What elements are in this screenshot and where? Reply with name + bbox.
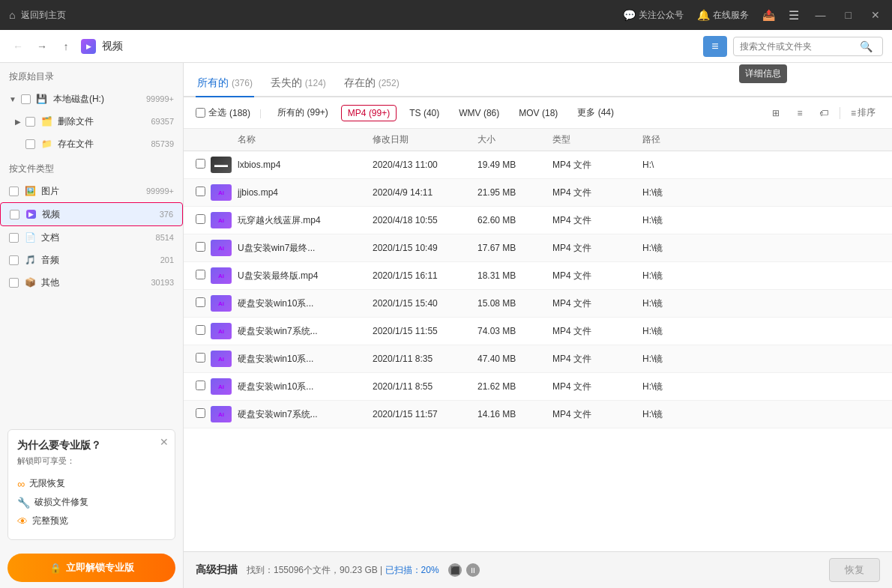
sidebar-item-localdisk[interactable]: ▼ 💾 本地磁盘(H:) 99999+ [0,88,183,110]
row-checkbox[interactable] [196,353,211,365]
promo-close-btn[interactable]: ✕ [160,436,169,448]
back-label[interactable]: 返回到主页 [21,9,66,22]
file-checkbox[interactable] [196,353,205,363]
table-row[interactable]: Ai 硬盘安装win7系统... 2020/1/15 11:57 14.16 M… [184,401,892,428]
feature3-label: 完整预览 [32,515,68,527]
file-checkbox[interactable] [196,408,205,418]
scan-stop-btn[interactable]: ⬛ [448,563,462,577]
sidebar-item-docs[interactable]: 📄 文档 8514 [0,226,183,249]
grid-view-btn[interactable]: ⊞ [766,105,786,121]
others-checkbox[interactable] [9,278,19,288]
table-row[interactable]: Ai 硬盘安装win7系统... 2020/1/15 11:55 74.03 M… [184,318,892,345]
table-row[interactable]: Ai 硬盘安装win10系... 2020/1/11 8:35 47.40 MB… [184,345,892,373]
select-all-checkbox[interactable] [196,108,205,118]
table-row[interactable]: Ai 硬盘安装win10系... 2020/1/15 15:40 15.08 M… [184,290,892,318]
forward-nav-btn[interactable]: → [33,37,51,55]
table-row[interactable]: Ai jjbios.mp4 2020/4/9 14:11 21.95 MB MP… [184,179,892,207]
file-checkbox[interactable] [196,214,205,224]
sidebar-item-images[interactable]: 🖼️ 图片 99999+ [0,180,183,202]
up-nav-btn[interactable]: ↑ [57,37,75,55]
header-date[interactable]: 修改日期 [373,133,477,146]
row-checkbox[interactable] [196,159,211,171]
tab-all[interactable]: 所有的 (376) [196,72,254,97]
bottom-bar: 高级扫描 找到：155096个文件，90.23 GB | 已扫描：20% ⬛ ⏸… [184,551,892,588]
row-checkbox[interactable] [196,297,211,309]
row-checkbox[interactable] [196,381,211,392]
file-checkbox[interactable] [196,381,205,390]
videos-checkbox[interactable] [10,210,19,219]
header-type[interactable]: 类型 [552,133,642,146]
sidebar-item-deleted[interactable]: ▶ 🗂️ 删除文件 69357 [0,110,183,133]
file-checkbox[interactable] [196,242,205,252]
filter-all-btn[interactable]: 所有的 (99+) [271,103,335,122]
close-btn[interactable]: ✕ [868,7,883,22]
header-name[interactable]: 名称 [238,133,373,146]
sidebar-item-others[interactable]: 📦 其他 30193 [0,271,183,294]
row-checkbox[interactable] [196,214,211,226]
scan-pause-btn[interactable]: ⏸ [466,563,480,577]
minimize-btn[interactable]: — [813,7,829,22]
file-thumbnail: Ai [211,184,232,201]
file-type: MP4 文件 [552,187,642,199]
tab-lost[interactable]: 丢失的 (124) [269,72,328,97]
row-checkbox[interactable] [196,242,211,254]
docs-checkbox[interactable] [9,233,19,243]
table-row[interactable]: ▬▬ lxbios.mp4 2020/4/13 11:00 19.49 MB M… [184,151,892,179]
list-view-btn[interactable]: ≡ [790,105,810,121]
tag-view-btn[interactable]: 🏷 [814,105,834,121]
file-checkbox[interactable] [196,325,205,335]
header-size[interactable]: 大小 [477,133,552,146]
file-name: 玩穿越火线蓝屏.mp4 [238,214,373,227]
unlock-btn[interactable]: 🔒 立即解锁专业版 [7,554,175,582]
header-path[interactable]: 路径 [642,133,880,146]
row-checkbox[interactable] [196,325,211,337]
sort-btn[interactable]: ≡ 排序 [846,105,880,121]
maximize-btn[interactable]: □ [843,7,855,22]
filter-mov-count: (18) [542,108,558,118]
deleted-checkbox[interactable] [25,117,35,127]
row-checkbox[interactable] [196,187,211,198]
table-row[interactable]: Ai 硬盘安装win10系... 2020/1/11 8:55 21.62 MB… [184,373,892,401]
promo-feature-unlimited: ∞ 无限恢复 [17,474,166,493]
back-nav-btn[interactable]: ← [9,37,27,55]
restore-btn[interactable]: 恢复 [829,558,880,582]
filter-mov-btn[interactable]: MOV (18) [512,105,564,121]
file-checkbox[interactable] [196,187,205,196]
search-icon[interactable]: 🔍 [860,40,873,52]
menu-btn[interactable]: ☰ [789,8,799,22]
hamburger-btn[interactable]: ≡ [703,36,727,57]
existing-checkbox[interactable] [25,139,35,149]
tab-existing[interactable]: 存在的 (252) [343,72,401,97]
search-input[interactable] [740,41,860,52]
row-checkbox[interactable] [196,408,211,420]
detail-tooltip: 详细信息 [739,64,787,83]
file-date: 2020/1/11 8:35 [373,354,477,364]
file-checkbox[interactable] [196,159,205,169]
audio-checkbox[interactable] [9,255,19,265]
follow-label[interactable]: 💬 关注公众号 [623,9,684,22]
row-checkbox[interactable] [196,270,211,282]
file-checkbox[interactable] [196,270,205,279]
scanned-label: 已扫描：20% [385,565,439,575]
select-all-check[interactable]: 全选 (188) [196,106,250,119]
filter-more-btn[interactable]: 更多 (44) [570,103,621,122]
service-label[interactable]: 🔔 在线服务 [697,9,749,22]
filter-wmv-btn[interactable]: WMV (86) [452,105,506,121]
filter-ts-btn[interactable]: TS (40) [403,105,446,121]
table-row[interactable]: Ai 玩穿越火线蓝屏.mp4 2020/4/18 10:55 62.60 MB … [184,207,892,234]
images-checkbox[interactable] [9,187,19,196]
file-checkbox[interactable] [196,297,205,307]
filter-wmv-count: (86) [483,108,499,118]
filter-mp4-btn[interactable]: MP4 (99+) [341,105,397,121]
existing-count: 85739 [151,139,174,148]
sidebar-item-videos[interactable]: ▶ 视频 376 [0,202,183,226]
deleted-count: 69357 [151,117,174,126]
table-row[interactable]: Ai U盘安装最终版.mp4 2020/1/15 16:11 18.31 MB … [184,262,892,290]
filter-wmv-label: WMV [459,108,480,118]
promo-feature-repair: 🔧 破损文件修复 [17,493,166,512]
localdisk-checkbox[interactable] [21,94,31,104]
table-row[interactable]: Ai U盘安装win7最终... 2020/1/15 10:49 17.67 M… [184,234,892,262]
file-size: 15.08 MB [477,298,552,309]
sidebar-item-existing[interactable]: ▶ 📁 存在文件 85739 [0,133,183,155]
sidebar-item-audio[interactable]: 🎵 音频 201 [0,249,183,271]
